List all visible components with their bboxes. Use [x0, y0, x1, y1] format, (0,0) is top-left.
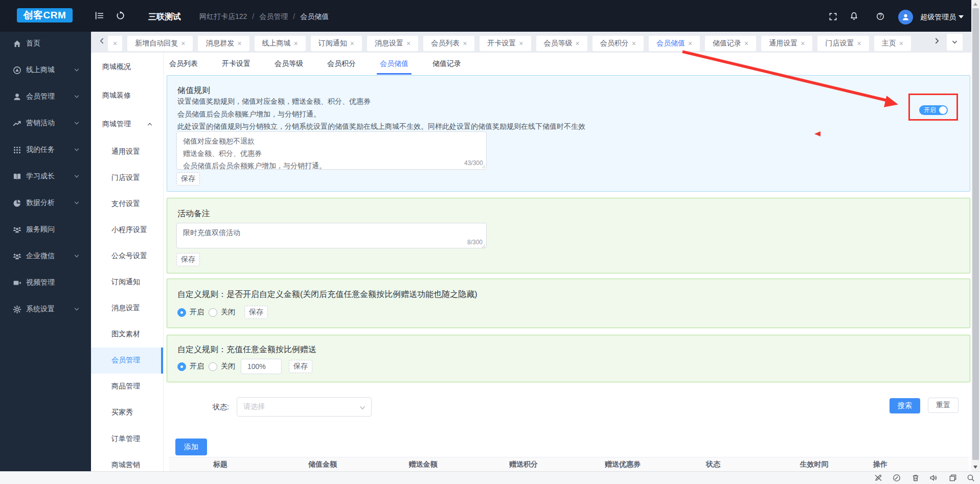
open-tab[interactable]: 消息群发× — [198, 36, 249, 51]
table-header-cell[interactable]: 赠送优惠券 — [574, 457, 671, 471]
speaker-icon[interactable] — [929, 474, 938, 482]
save-button[interactable]: 保存 — [176, 253, 200, 266]
user-name[interactable]: 超级管理员 — [920, 13, 956, 22]
submenu-item[interactable]: 公众号设置 — [91, 243, 163, 269]
table-header-cell[interactable]: 生效时间 — [755, 457, 873, 471]
sidebar-item[interactable]: 服务顾问 — [0, 216, 91, 243]
save-button[interactable]: 保存 — [289, 360, 312, 373]
breadcrumb-item[interactable]: 网红打卡店122 — [199, 12, 247, 20]
submenu-item[interactable]: 图文素材 — [91, 321, 163, 348]
close-tab-icon[interactable]: × — [744, 40, 748, 47]
close-tab-icon[interactable]: × — [113, 40, 117, 47]
save-button[interactable]: 保存 — [176, 172, 200, 186]
content-tab[interactable]: 会员积分 — [327, 53, 356, 75]
add-button[interactable]: 添加 — [175, 439, 207, 455]
open-tab[interactable]: 开卡设置× — [480, 36, 531, 51]
close-tab-icon[interactable]: × — [519, 40, 523, 47]
close-tab-icon[interactable]: × — [350, 40, 354, 47]
radio-on[interactable] — [177, 308, 186, 317]
submenu-item[interactable]: 订单管理 — [91, 426, 163, 452]
refresh-icon[interactable] — [116, 11, 125, 20]
table-header-cell[interactable]: 标题 — [169, 457, 272, 471]
table-header-cell[interactable]: 状态 — [671, 457, 755, 471]
open-tab[interactable]: 新增自动回复× — [127, 36, 193, 51]
close-tab-icon[interactable]: × — [899, 40, 903, 47]
close-tab-icon[interactable]: × — [406, 40, 411, 47]
breadcrumb-item[interactable]: 会员管理 — [259, 12, 288, 20]
sidebar-item[interactable]: 学习成长 — [0, 163, 91, 190]
window-icon[interactable] — [949, 474, 957, 482]
content-tab[interactable]: 储值记录 — [432, 53, 461, 75]
sidebar-item[interactable]: 线上商城 — [0, 57, 91, 83]
collapse-sidebar-icon[interactable] — [95, 11, 104, 20]
close-tab-icon[interactable]: × — [632, 40, 636, 47]
submenu-item[interactable]: 会员管理 — [91, 348, 163, 374]
tabs-scroll-left-icon[interactable] — [98, 37, 105, 44]
reset-button[interactable]: 重置 — [928, 398, 959, 413]
pen-circle-icon[interactable] — [893, 474, 901, 482]
remark-textarea[interactable]: 限时充值双倍活动 — [176, 223, 487, 248]
sidebar-item[interactable]: 会员管理 — [0, 83, 91, 110]
search-button[interactable]: 搜索 — [890, 398, 920, 413]
submenu-item[interactable]: 消息设置 — [91, 295, 163, 321]
close-tab-icon[interactable]: × — [801, 40, 805, 47]
page-scrollbar[interactable] — [971, 0, 980, 471]
radio-off[interactable] — [209, 308, 217, 317]
close-tab-icon[interactable]: × — [294, 40, 298, 47]
submenu-item[interactable]: 小程序设置 — [91, 217, 163, 243]
submenu-item[interactable]: 买家秀 — [91, 400, 163, 426]
close-tab-icon[interactable]: × — [237, 40, 241, 47]
submenu-item[interactable]: 订阅通知 — [91, 269, 163, 295]
open-tab[interactable]: 通用设置× — [761, 36, 812, 51]
tabs-more-button[interactable] — [947, 34, 963, 51]
magnifier-icon[interactable] — [967, 474, 975, 482]
open-tab[interactable]: 主页× — [874, 36, 911, 51]
sidebar-item[interactable]: 营销活动 — [0, 110, 91, 136]
open-tab[interactable]: 门店设置× — [817, 36, 869, 51]
submenu-item[interactable]: 商品管理 — [91, 374, 163, 400]
sidebar-item[interactable]: 首页 — [0, 30, 91, 57]
scrollbar-up-arrow[interactable] — [973, 3, 977, 6]
open-tab[interactable]: 线上商城× — [255, 36, 306, 51]
fullscreen-icon[interactable] — [829, 13, 837, 20]
close-tab-icon[interactable]: × — [576, 40, 580, 47]
sidebar-item[interactable]: 视频管理 — [0, 269, 91, 296]
status-select[interactable]: 请选择 — [237, 397, 372, 417]
table-header-cell[interactable]: 赠送金额 — [373, 457, 473, 471]
open-tab[interactable]: 储值记录× — [705, 36, 756, 51]
avatar[interactable] — [898, 10, 913, 25]
open-tab[interactable]: 消息设置× — [367, 36, 418, 51]
trash-icon[interactable] — [911, 474, 920, 482]
app-logo[interactable]: 创客CRM — [17, 8, 73, 22]
close-tab-icon[interactable]: × — [463, 40, 467, 47]
save-button[interactable]: 保存 — [244, 306, 268, 319]
table-header-cell[interactable]: 操作 — [873, 457, 887, 471]
close-tab-icon[interactable]: × — [181, 40, 185, 47]
bell-icon[interactable] — [850, 12, 858, 20]
content-tab[interactable]: 会员等级 — [275, 53, 303, 75]
open-tab[interactable]: × — [108, 36, 122, 51]
workspace-title[interactable]: 三联测试 — [148, 12, 181, 22]
close-tab-icon[interactable]: × — [857, 40, 861, 47]
open-tab[interactable]: 会员储值× — [649, 36, 700, 51]
radio-on[interactable] — [177, 362, 186, 371]
scrollbar-down-arrow[interactable] — [973, 466, 977, 469]
sidebar-item[interactable]: 数据分析 — [0, 190, 91, 216]
radio-off[interactable] — [209, 362, 217, 371]
submenu-item[interactable]: 商城装修 — [91, 81, 163, 110]
submenu-item[interactable]: 门店设置 — [91, 165, 163, 191]
storage-rules-textarea[interactable]: 储值对应金额恕不退款 赠送金额、积分、优惠券 会员储值后会员余额账户增加，与分销… — [176, 131, 487, 170]
open-tab[interactable]: 会员列表× — [423, 36, 474, 51]
sidebar-item[interactable]: 系统设置 — [0, 296, 91, 322]
breadcrumb-item[interactable]: 会员储值 — [300, 12, 329, 20]
open-tab[interactable]: 订阅通知× — [311, 36, 362, 51]
sidebar-item[interactable]: 企业微信 — [0, 243, 91, 269]
open-tab[interactable]: 会员积分× — [592, 36, 644, 51]
tabs-scroll-right-icon[interactable] — [933, 37, 941, 44]
submenu-item[interactable]: 通用设置 — [91, 139, 163, 165]
user-menu-caret-icon[interactable] — [959, 15, 964, 18]
pen-slash-icon[interactable] — [874, 474, 882, 482]
sidebar-item[interactable]: 我的任务 — [0, 136, 91, 163]
scrollbar-thumb[interactable] — [972, 8, 979, 460]
submenu-item[interactable]: 支付设置 — [91, 191, 163, 217]
